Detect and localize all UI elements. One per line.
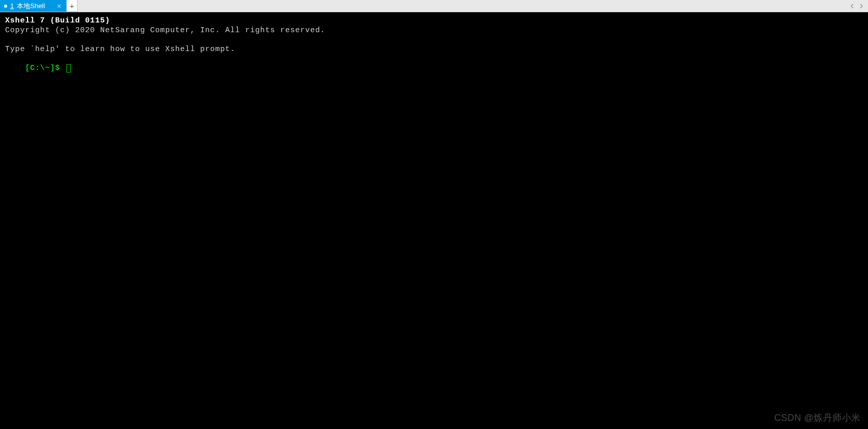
close-icon[interactable]: × [56, 2, 62, 10]
terminal-prompt: [C:\~]$ [25, 64, 65, 73]
watermark: CSDN @炼丹师小米 [774, 412, 861, 424]
tab-nav [849, 0, 868, 12]
terminal-prompt-line: [C:\~]$ [5, 54, 863, 83]
add-tab-button[interactable]: + [66, 0, 78, 12]
terminal-help-line: Type `help' to learn how to use Xshell p… [5, 45, 863, 55]
tab-local-shell[interactable]: 1 本地Shell × [0, 0, 66, 12]
terminal-area[interactable]: Xshell 7 (Build 0115) Copyright (c) 2020… [0, 12, 868, 87]
plus-icon: + [70, 2, 75, 10]
nav-left-icon[interactable] [849, 3, 856, 10]
terminal-blank-line [5, 36, 863, 45]
tab-indicator-icon [4, 5, 7, 8]
tab-bar: 1 本地Shell × + [0, 0, 868, 12]
tab-number: 1 [10, 2, 14, 10]
tab-label: 本地Shell [17, 2, 53, 11]
nav-right-icon[interactable] [858, 3, 865, 10]
cursor-icon [66, 64, 71, 73]
terminal-header: Xshell 7 (Build 0115) [5, 16, 863, 26]
terminal-copyright: Copyright (c) 2020 NetSarang Computer, I… [5, 26, 863, 36]
